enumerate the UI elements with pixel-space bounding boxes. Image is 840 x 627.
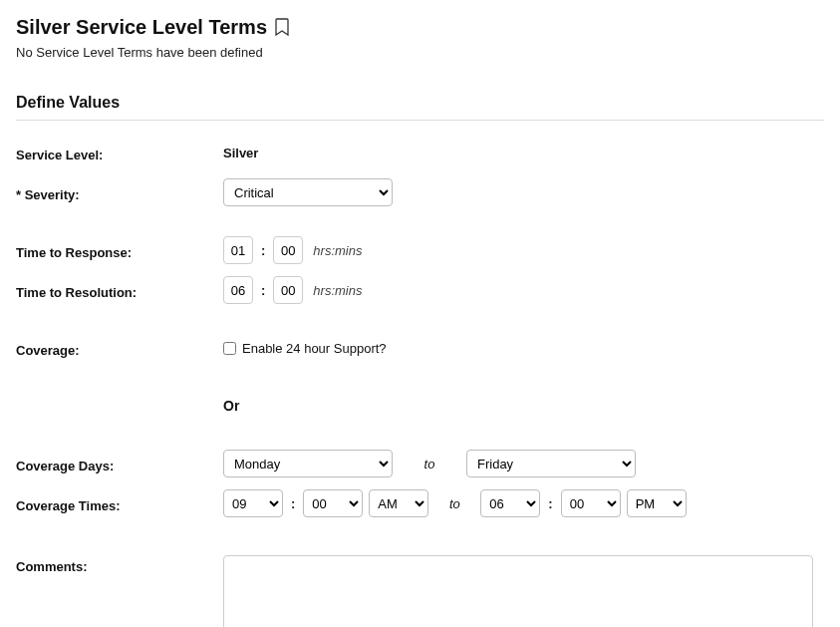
time-from-hour-select[interactable]: 09 bbox=[223, 489, 283, 517]
to-text: to bbox=[434, 496, 474, 511]
colon-separator: : bbox=[289, 496, 297, 511]
coverage-days-label: Coverage Days: bbox=[16, 455, 223, 473]
severity-select[interactable]: Critical bbox=[223, 178, 393, 206]
time-to-ampm-select[interactable]: PM bbox=[627, 489, 687, 517]
coverage-day-to-select[interactable]: Friday bbox=[466, 450, 636, 477]
coverage-label: Coverage: bbox=[16, 339, 223, 358]
service-level-label: Service Level: bbox=[16, 144, 223, 162]
page-subtitle: No Service Level Terms have been defined bbox=[16, 45, 824, 60]
hrs-mins-hint: hrs:mins bbox=[313, 243, 362, 258]
time-to-response-label: Time to Response: bbox=[16, 241, 223, 260]
time-to-resolution-label: Time to Resolution: bbox=[16, 281, 223, 300]
service-level-value: Silver bbox=[223, 146, 258, 160]
to-text: to bbox=[399, 457, 460, 471]
colon-separator: : bbox=[546, 496, 554, 511]
time-to-hour-select[interactable]: 06 bbox=[480, 489, 540, 517]
comments-label: Comments: bbox=[16, 555, 223, 574]
colon-separator: : bbox=[259, 243, 267, 258]
hrs-mins-hint: hrs:mins bbox=[313, 283, 362, 298]
bookmark-icon[interactable] bbox=[275, 18, 291, 38]
coverage-times-label: Coverage Times: bbox=[16, 494, 223, 513]
or-text: Or bbox=[223, 398, 239, 414]
page-title: Silver Service Level Terms bbox=[16, 16, 267, 39]
colon-separator: : bbox=[259, 283, 267, 298]
resolution-hours-input[interactable] bbox=[223, 276, 253, 304]
enable-24-label: Enable 24 hour Support? bbox=[242, 341, 387, 356]
enable-24-checkbox[interactable] bbox=[223, 342, 236, 355]
severity-label: * Severity: bbox=[16, 183, 223, 202]
time-from-min-select[interactable]: 00 bbox=[303, 489, 363, 517]
comments-textarea[interactable] bbox=[223, 555, 813, 627]
time-from-ampm-select[interactable]: AM bbox=[369, 489, 428, 517]
response-mins-input[interactable] bbox=[273, 236, 303, 264]
resolution-mins-input[interactable] bbox=[273, 276, 303, 304]
time-to-min-select[interactable]: 00 bbox=[561, 489, 621, 517]
response-hours-input[interactable] bbox=[223, 236, 253, 264]
coverage-day-from-select[interactable]: Monday bbox=[223, 450, 393, 477]
section-title: Define Values bbox=[16, 94, 824, 121]
